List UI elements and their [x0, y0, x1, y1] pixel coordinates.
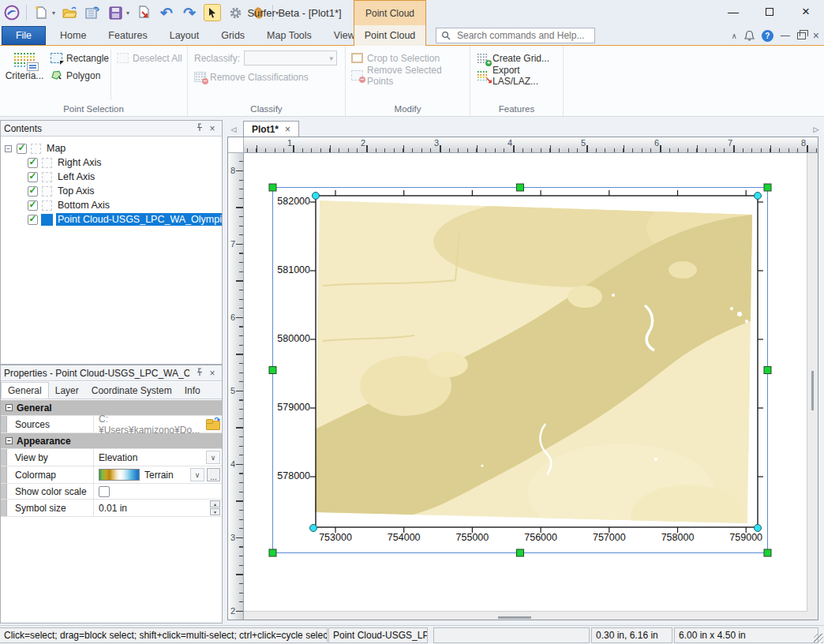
tab-scroll-right-icon[interactable]: ▷	[810, 122, 822, 137]
tab-info[interactable]: Info	[178, 382, 207, 399]
undo-icon[interactable]: ↶	[158, 4, 175, 21]
tab-features[interactable]: Features	[97, 25, 158, 45]
mdi-minimize-icon[interactable]: —	[781, 30, 790, 41]
rectangle-button[interactable]: Rectangle	[51, 50, 109, 66]
expand-collapse-icon[interactable]: −	[5, 145, 12, 152]
polygon-button[interactable]: Polygon	[51, 67, 100, 84]
vertical-scrollbar[interactable]	[811, 371, 814, 410]
colormap-gradient-swatch[interactable]	[99, 469, 140, 481]
surfer-logo-icon[interactable]	[3, 4, 21, 21]
pin-icon[interactable]	[193, 123, 206, 134]
visibility-checkbox[interactable]	[28, 186, 38, 197]
export-icon[interactable]	[135, 4, 152, 21]
resize-handle[interactable]	[764, 549, 771, 556]
tab-scroll-left-icon[interactable]: ◁	[227, 122, 240, 137]
colormap-dropdown-icon[interactable]: ∨	[190, 468, 204, 481]
group-label-features: Features	[470, 104, 563, 114]
view-by-value[interactable]: Elevation	[99, 452, 137, 463]
visibility-checkbox[interactable]	[28, 215, 38, 225]
close-icon[interactable]: ×	[206, 123, 219, 134]
open-file-icon[interactable]	[61, 4, 78, 21]
pin-icon[interactable]	[193, 368, 206, 379]
sources-value[interactable]: C:¥Users¥kamizono¥Do...	[99, 414, 206, 436]
visibility-checkbox[interactable]	[28, 158, 38, 168]
mdi-close-icon[interactable]: ×	[813, 29, 819, 42]
collapse-section-icon[interactable]: −	[6, 404, 13, 411]
visibility-checkbox[interactable]	[28, 172, 38, 182]
save-icon[interactable]	[107, 4, 124, 21]
plot-canvas[interactable]: 7530007540007550007560007570007580007590…	[244, 153, 818, 620]
point-cloud-image[interactable]	[311, 193, 781, 548]
vertex-handle[interactable]	[755, 193, 762, 200]
contextual-tab-group: Point Cloud	[354, 0, 426, 25]
minimize-button[interactable]: —	[715, 0, 751, 24]
new-file-icon[interactable]	[32, 4, 50, 21]
resize-handle[interactable]	[764, 184, 771, 191]
vertex-handle[interactable]	[313, 193, 320, 200]
import-icon[interactable]	[84, 4, 101, 21]
tab-point-cloud[interactable]: Point Cloud	[354, 25, 426, 46]
view-by-dropdown-icon[interactable]: ∨	[206, 451, 220, 464]
resize-handle[interactable]	[517, 549, 524, 556]
close-button[interactable]: ×	[788, 0, 824, 24]
remove-selected-points-button[interactable]: − Remove Selected Points	[351, 67, 470, 84]
resize-handle[interactable]	[269, 549, 276, 556]
command-search[interactable]	[436, 28, 595, 43]
tab-home[interactable]: Home	[49, 25, 97, 45]
browse-folder-icon[interactable]: ↷	[206, 419, 219, 429]
tree-item[interactable]: Right Axis	[1, 155, 222, 170]
document-tab-plot1[interactable]: Plot1* ×	[243, 121, 299, 137]
section-appearance[interactable]: − Appearance	[1, 433, 222, 449]
vertex-handle[interactable]	[755, 525, 762, 532]
resize-handle[interactable]	[764, 367, 771, 374]
redo-icon[interactable]: ↷	[181, 4, 198, 21]
colormap-more-button[interactable]: ...	[207, 468, 220, 481]
resize-handle[interactable]	[269, 367, 276, 374]
resize-handle[interactable]	[517, 184, 524, 191]
tree-item[interactable]: Bottom Axis	[1, 198, 222, 212]
tab-general[interactable]: General	[1, 382, 49, 399]
status-bar: Click=select; drag=block select; shift+c…	[0, 625, 824, 644]
close-tab-icon[interactable]: ×	[285, 124, 290, 135]
reclassify-dropdown[interactable]: ▾	[244, 51, 337, 66]
map-graphic[interactable]	[244, 153, 818, 620]
resize-grip[interactable]	[814, 634, 823, 643]
select-arrow-icon[interactable]	[204, 4, 221, 21]
tab-layout[interactable]: Layout	[159, 25, 211, 45]
new-file-dropdown[interactable]: ▾	[52, 9, 55, 17]
help-icon[interactable]: ?	[762, 30, 773, 42]
collapse-section-icon[interactable]: −	[6, 437, 13, 444]
close-icon[interactable]: ×	[206, 368, 219, 379]
vertical-ruler[interactable]: 8765432	[228, 153, 244, 620]
symbol-size-value[interactable]: 0.01 in	[99, 503, 127, 514]
colormap-value[interactable]: Terrain	[144, 470, 174, 481]
vertex-handle[interactable]	[310, 525, 317, 532]
maximize-button[interactable]	[751, 0, 788, 24]
horizontal-ruler[interactable]: 12345678	[244, 137, 818, 153]
show-color-scale-checkbox[interactable]	[99, 486, 110, 497]
mdi-restore-icon[interactable]	[797, 32, 806, 39]
tab-file[interactable]: File	[2, 26, 46, 45]
tree-item[interactable]: −Map	[1, 141, 222, 155]
tree-item[interactable]: Point Cloud-USGS_LPC_WA_Olympic_P	[1, 212, 222, 227]
tab-map-tools[interactable]: Map Tools	[256, 25, 323, 45]
tab-layer[interactable]: Layer	[49, 382, 85, 399]
remove-classifications-button[interactable]: − Remove Classifications	[194, 69, 309, 85]
notifications-bell-icon[interactable]	[744, 30, 755, 41]
resize-handle[interactable]	[269, 184, 276, 191]
export-las-button[interactable]: ↘ Export LAS/LAZ...	[477, 67, 563, 84]
tree-item[interactable]: Top Axis	[1, 184, 222, 198]
visibility-checkbox[interactable]	[17, 144, 27, 154]
horizontal-scrollbar[interactable]	[498, 616, 531, 619]
tab-grids[interactable]: Grids	[210, 25, 256, 45]
save-dropdown[interactable]: ▾	[126, 9, 129, 17]
criteria-button[interactable]: Criteria...	[2, 47, 47, 103]
deselect-all-button[interactable]: Deselect All	[117, 50, 182, 66]
search-input[interactable]	[455, 29, 590, 42]
tab-coordinate-system[interactable]: Coordinate System	[85, 382, 178, 399]
visibility-checkbox[interactable]	[28, 200, 38, 211]
collapse-ribbon-icon[interactable]: ∧	[731, 32, 736, 40]
symbol-size-spinner[interactable]: ▲▼	[210, 500, 220, 515]
tree-item[interactable]: Left Axis	[1, 170, 222, 184]
ribbon-right-icons: ∧ ? — ×	[731, 28, 819, 43]
